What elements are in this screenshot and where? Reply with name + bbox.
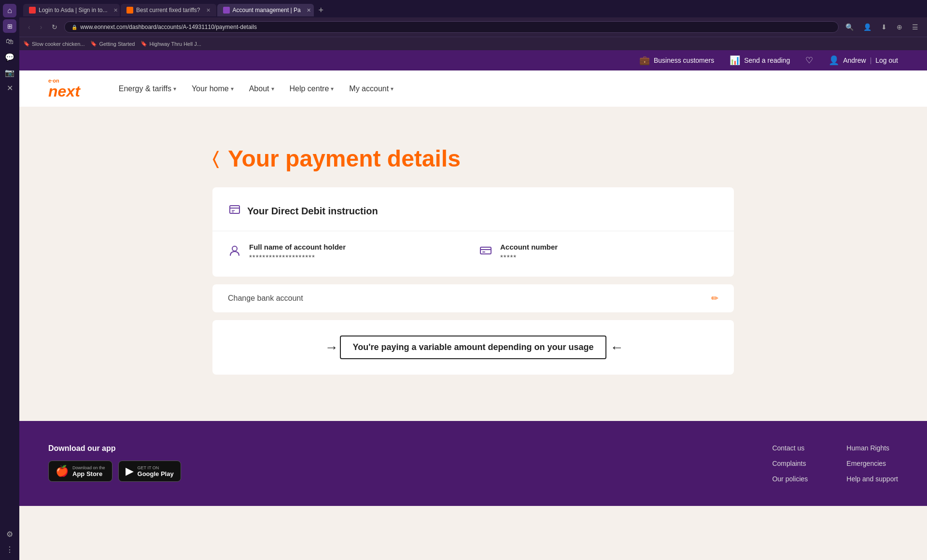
footer-app-section: Download our app 🍎 Download on the App S…: [48, 444, 181, 483]
bookmark-icon: 🔖: [90, 41, 97, 47]
nav-account-label: My account: [349, 84, 389, 93]
card-icon: [479, 244, 492, 260]
page-content: 〈 Your payment details Your Direct Debit…: [183, 126, 763, 402]
tab-favicon: [29, 7, 36, 14]
tab-label: Login to Asda | Sign in to...: [39, 7, 108, 14]
address-bar[interactable]: 🔒 www.eonnext.com/dashboard/accounts/A-1…: [64, 21, 839, 33]
sidebar-home-icon[interactable]: ⌂: [3, 4, 16, 17]
back-button[interactable]: 〈: [212, 149, 218, 169]
bookmark-slow-cooker[interactable]: 🔖 Slow cooker chicken...: [23, 41, 84, 47]
google-play-icon: ▶: [126, 465, 134, 477]
arrow-right-icon: ←: [610, 340, 622, 355]
direct-debit-card: Your Direct Debit instruction Full name …: [212, 187, 734, 277]
tab-close-icon[interactable]: ✕: [206, 7, 211, 14]
sidebar-apps-icon[interactable]: ⊞: [3, 19, 16, 33]
url-text: www.eonnext.com/dashboard/accounts/A-149…: [80, 24, 257, 30]
account-number-label: Account number: [500, 243, 558, 251]
sidebar-messenger-icon[interactable]: 💬: [3, 50, 16, 64]
app-store-button[interactable]: 🍎 Download on the App Store: [48, 461, 112, 482]
menu-button[interactable]: ☰: [909, 21, 921, 33]
card-title: Your Direct Debit instruction: [228, 203, 718, 219]
account-number-value: *****: [500, 253, 558, 261]
user-icon: 👤: [829, 55, 839, 66]
bookmark-label: Highway Thru Hell J...: [149, 41, 201, 47]
lock-icon: 🔒: [71, 25, 77, 30]
send-reading-link[interactable]: 📊 Send a reading: [730, 55, 790, 66]
chevron-down-icon: ▾: [331, 85, 334, 92]
account-holder-value: ********************: [249, 253, 346, 261]
footer-content: Download our app 🍎 Download on the App S…: [48, 444, 898, 483]
browser-sidebar: ⌂ ⊞ 🛍 💬 📷 ✕ ⚙ ⋮: [0, 0, 19, 560]
download-button[interactable]: ⬇: [878, 21, 890, 33]
bookmarks-bar: 🔖 Slow cooker chicken... 🔖 Getting Start…: [19, 37, 927, 50]
search-button[interactable]: 🔍: [843, 21, 857, 33]
tab-close-icon[interactable]: ✕: [307, 7, 311, 14]
footer-links: Contact us Complaints Our policies Human…: [772, 444, 898, 483]
footer-policies-link[interactable]: Our policies: [772, 475, 808, 483]
nav-your-home[interactable]: Your home ▾: [192, 84, 234, 93]
sidebar-shop-icon[interactable]: 🛍: [3, 35, 16, 48]
google-play-button[interactable]: ▶ GET IT ON Google Play: [118, 461, 181, 482]
edit-icon: ✏: [711, 293, 718, 304]
change-bank-account-row[interactable]: Change bank account ✏: [212, 284, 734, 312]
footer-contact-link[interactable]: Contact us: [772, 444, 808, 452]
profile-button[interactable]: 👤: [860, 21, 874, 33]
nav-about[interactable]: About ▾: [249, 84, 274, 93]
page-title: Your payment details: [228, 145, 461, 172]
sidebar-more-icon[interactable]: ⋮: [3, 543, 16, 556]
business-customers-link[interactable]: 💼 Business customers: [639, 55, 714, 66]
nav-energy-tariffs[interactable]: Energy & tariffs ▾: [119, 84, 176, 93]
browser-chrome: Login to Asda | Sign in to... ✕ Best cur…: [19, 0, 927, 50]
tab-tariffs[interactable]: Best current fixed tariffs? ✕: [121, 4, 216, 16]
svg-rect-7: [482, 252, 485, 252]
tab-label: Account management | Pa: [233, 7, 301, 14]
tab-account[interactable]: Account management | Pa ✕: [217, 4, 314, 16]
svg-rect-5: [480, 247, 491, 254]
nav-help-centre[interactable]: Help centre ▾: [290, 84, 334, 93]
google-play-label: GET IT ON: [138, 465, 174, 470]
send-reading-label: Send a reading: [744, 56, 790, 64]
sidebar-instagram-icon[interactable]: 📷: [3, 66, 16, 79]
direct-debit-icon: [228, 203, 241, 219]
eon-next-logo[interactable]: e·on next: [48, 78, 80, 99]
tab-asda[interactable]: Login to Asda | Sign in to... ✕: [23, 4, 120, 16]
main-nav: e·on next Energy & tariffs ▾ Your home ▾…: [19, 70, 927, 107]
app-store-label: Download on the: [72, 465, 105, 470]
sidebar-settings-icon[interactable]: ⚙: [3, 527, 16, 541]
download-app-title: Download our app: [48, 444, 181, 453]
footer-emergencies-link[interactable]: Emergencies: [846, 460, 898, 467]
extensions-button[interactable]: ⊕: [894, 21, 905, 33]
sidebar-x-icon[interactable]: ✕: [3, 81, 16, 95]
bookmark-getting-started[interactable]: 🔖 Getting Started: [90, 41, 135, 47]
footer-human-rights-link[interactable]: Human Rights: [846, 444, 898, 452]
google-play-name: Google Play: [138, 470, 174, 477]
arrow-left-icon: →: [324, 340, 336, 355]
forward-button[interactable]: ›: [37, 21, 45, 33]
variable-payment-card: → You're paying a variable amount depend…: [212, 320, 734, 375]
browser-tab-bar: Login to Asda | Sign in to... ✕ Best cur…: [19, 0, 927, 17]
bookmark-icon: 🔖: [23, 41, 30, 47]
nav-my-account[interactable]: My account ▾: [349, 84, 393, 93]
browser-nav-bar: ‹ › ↻ 🔒 www.eonnext.com/dashboard/accoun…: [19, 17, 927, 37]
bookmark-highway[interactable]: 🔖 Highway Thru Hell J...: [140, 41, 201, 47]
bookmark-label: Getting Started: [99, 41, 135, 47]
user-name: Andrew: [843, 56, 866, 64]
heart-link[interactable]: ♡: [805, 55, 813, 66]
page-header: 〈 Your payment details: [212, 145, 734, 172]
user-menu[interactable]: 👤 Andrew | Log out: [829, 55, 898, 66]
footer-help-support-link[interactable]: Help and support: [846, 475, 898, 483]
tab-close-icon[interactable]: ✕: [113, 7, 118, 14]
heart-icon: ♡: [805, 55, 813, 66]
back-button[interactable]: ‹: [25, 21, 33, 33]
bookmark-label: Slow cooker chicken...: [32, 41, 84, 47]
svg-rect-0: [230, 206, 239, 213]
new-tab-button[interactable]: +: [315, 5, 328, 15]
utility-bar: 💼 Business customers 📊 Send a reading ♡ …: [19, 50, 927, 70]
log-out-link[interactable]: Log out: [875, 56, 898, 64]
footer-complaints-link[interactable]: Complaints: [772, 460, 808, 467]
change-bank-label: Change bank account: [228, 294, 303, 303]
chevron-down-icon: ▾: [231, 85, 234, 92]
apple-icon: 🍎: [56, 465, 69, 477]
tab-favicon: [223, 7, 230, 14]
reload-button[interactable]: ↻: [49, 21, 60, 33]
